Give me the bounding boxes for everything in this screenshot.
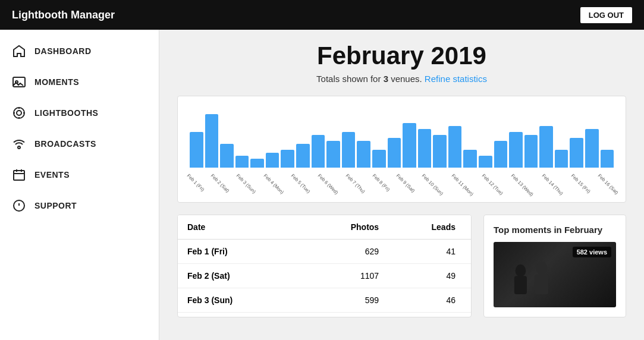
chart-bar (539, 126, 553, 168)
moments-icon (12, 75, 26, 89)
chart-bar (372, 150, 386, 168)
row-date: Feb 1 (Fri) (187, 247, 302, 256)
svg-rect-8 (514, 276, 527, 294)
chart-bar-wrap (342, 132, 356, 168)
chart-label: Feb 1 (Fri) (186, 173, 206, 193)
row-leads: 49 (379, 271, 461, 281)
chart-bar (463, 150, 477, 168)
chart-bar (296, 144, 310, 168)
chart-label: Feb 7 (Thu) (345, 173, 366, 194)
chart-label: Feb 3 (Sun) (235, 173, 257, 194)
chart-bar-wrap (433, 135, 447, 168)
sidebar-item-dashboard[interactable]: DASHBOARD (0, 36, 159, 67)
table-header: Date Photos Leads (178, 215, 471, 240)
table-row: Feb 2 (Sat) 1107 49 (178, 264, 471, 288)
chart-label: Feb 12 (Tue) (481, 173, 504, 196)
subtitle-mid: venues. (388, 74, 425, 84)
main-layout: DASHBOARD MOMENTS LIGHTBOOTHS BROADCAS (0, 30, 644, 340)
chart-bar-wrap (539, 126, 553, 168)
chart-label: Feb 16 (Sat) (596, 173, 619, 196)
chart-bar-wrap (190, 132, 203, 168)
svg-point-7 (516, 265, 526, 277)
refine-statistics-link[interactable]: Refine statistics (425, 74, 487, 84)
sidebar-label-dashboard: DASHBOARD (34, 46, 92, 56)
table-body: Feb 1 (Fri) 629 41 Feb 2 (Sat) 1107 49 F… (178, 240, 471, 313)
sidebar-label-moments: MOMENTS (34, 77, 79, 87)
chart-bar-wrap (585, 129, 599, 168)
chart-label: Feb 5 (Tue) (290, 173, 312, 194)
chart-bar (509, 132, 523, 168)
chart-bar-wrap (266, 153, 279, 168)
chart-bar (205, 114, 219, 168)
row-photos: 599 (302, 295, 379, 305)
chart-label: Feb 13 (Wed) (510, 173, 534, 197)
sidebar-label-broadcasts: BROADCASTS (34, 139, 96, 149)
chart-bar-wrap (509, 132, 523, 168)
chart-label: Feb 4 (Mon) (262, 173, 284, 195)
svg-rect-10 (535, 275, 548, 294)
chart-bar-wrap (448, 126, 462, 168)
chart-bar-wrap (281, 150, 294, 168)
chart-label: Feb 8 (Fri) (371, 173, 391, 193)
chart-bar (220, 144, 234, 168)
sidebar-item-lightbooths[interactable]: LIGHTBOOTHS (0, 97, 159, 128)
chart-bar (494, 141, 508, 168)
chart-bar (388, 138, 401, 168)
data-table: Date Photos Leads Feb 1 (Fri) 629 41 Feb… (177, 215, 472, 317)
home-icon (12, 44, 26, 58)
svg-point-2 (14, 108, 24, 118)
chart-bar-wrap (205, 114, 219, 168)
chart-bar (266, 153, 279, 168)
chart-bar-wrap (479, 156, 492, 168)
chart-bar-wrap (418, 129, 432, 168)
row-leads: 41 (379, 247, 461, 256)
chart-bar-wrap (326, 141, 340, 168)
moment-image[interactable]: 582 views (494, 242, 616, 307)
logout-button[interactable]: LOG OUT (580, 7, 632, 23)
chart-bar (190, 132, 203, 168)
chart-bar (326, 141, 340, 168)
sidebar-item-support[interactable]: SUPPORT (0, 190, 159, 221)
chart-bar-wrap (494, 141, 508, 168)
chart-bar (403, 123, 416, 168)
app-header: Lightbooth Manager LOG OUT (0, 0, 644, 30)
chart-bar (601, 150, 614, 168)
svg-point-9 (536, 262, 547, 275)
chart-bar (570, 138, 583, 168)
chart-label: Feb 10 (Sun) (421, 173, 444, 196)
chart-bar-wrap (220, 144, 234, 168)
lightbooths-icon (12, 106, 26, 120)
subtitle: Totals shown for 3 venues. Refine statis… (177, 74, 626, 84)
sidebar-label-events: EVENTS (34, 170, 70, 180)
chart-bar-wrap (403, 123, 416, 168)
sidebar-item-events[interactable]: EVENTS (0, 159, 159, 190)
chart-bar-wrap (524, 135, 538, 168)
chart-bar-wrap (235, 156, 249, 168)
chart-bar-wrap (570, 138, 583, 168)
chart-bars (184, 108, 620, 168)
chart-bar-wrap (555, 150, 568, 168)
table-row: Feb 1 (Fri) 629 41 (178, 240, 471, 264)
chart-bar-wrap (296, 144, 310, 168)
page-title: February 2019 (177, 42, 626, 70)
figure-silhouettes (500, 255, 573, 307)
sidebar-label-support: SUPPORT (34, 201, 77, 210)
content-area: February 2019 Totals shown for 3 venues.… (159, 30, 644, 340)
support-icon (12, 199, 26, 213)
chart-bar (555, 150, 568, 168)
chart-bar (342, 132, 356, 168)
chart-bar (448, 126, 462, 168)
chart-label: Feb 2 (Sat) (210, 173, 231, 194)
events-icon (12, 168, 26, 182)
chart-bar (524, 135, 538, 168)
broadcasts-icon (12, 137, 26, 151)
svg-rect-5 (14, 171, 24, 180)
chart-bar (312, 135, 325, 168)
chart-label-row: Feb 1 (Fri)Feb 2 (Sat)Feb 3 (Sun)Feb 4 (… (184, 170, 620, 178)
app-title: Lightbooth Manager (12, 9, 115, 21)
row-leads: 46 (379, 295, 461, 305)
svg-point-3 (17, 111, 21, 115)
sidebar-item-broadcasts[interactable]: BROADCASTS (0, 128, 159, 159)
sidebar-item-moments[interactable]: MOMENTS (0, 67, 159, 97)
chart-bar-wrap (601, 150, 614, 168)
